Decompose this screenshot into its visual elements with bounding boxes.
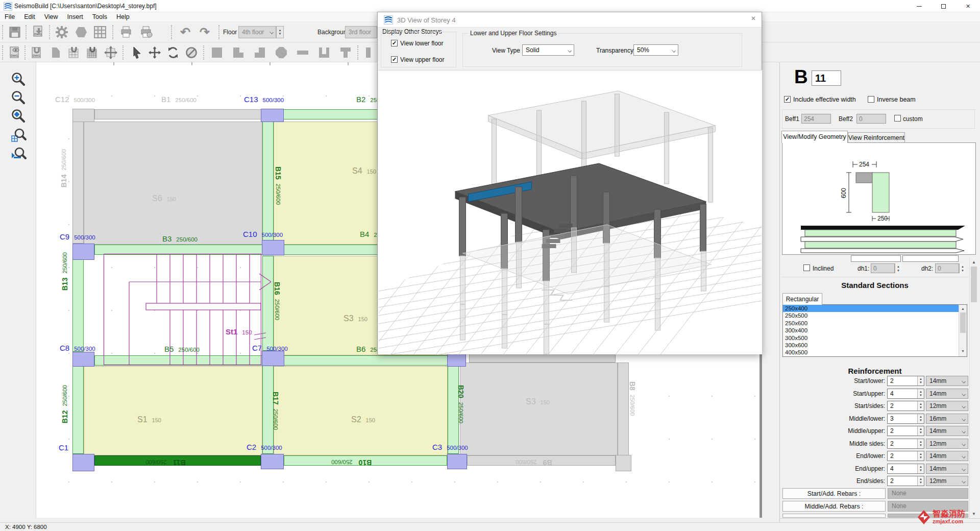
region-tool-button[interactable]: [46, 44, 65, 61]
beam-b13[interactable]: [72, 259, 84, 352]
rebar-count-input[interactable]: 2▲▼: [887, 451, 924, 461]
panel-scrollbar[interactable]: ▲ ▼: [969, 258, 978, 518]
transparency-select[interactable]: 50%: [633, 44, 678, 56]
rebar-diameter-select[interactable]: 14mm: [926, 376, 968, 386]
clipped-rebars-button[interactable]: [782, 514, 886, 518]
menu-view[interactable]: View: [40, 12, 63, 21]
beff1-input[interactable]: 254: [801, 114, 831, 124]
zoom-extents-icon[interactable]: [8, 107, 29, 126]
rebar-diameter-select[interactable]: 12mm: [926, 401, 968, 411]
rotate-tool-button[interactable]: [163, 44, 183, 61]
move-grid-button[interactable]: [101, 44, 120, 61]
rebar-count-input[interactable]: 2▲▼: [887, 401, 924, 411]
inverse-beam-checkbox[interactable]: [868, 96, 874, 103]
rebar-count-input[interactable]: 4▲▼: [887, 389, 924, 399]
section-circle-button[interactable]: [272, 44, 291, 61]
dialog-title-bar[interactable]: 3D View of Storey 4 ✕: [378, 12, 762, 28]
maximize-button[interactable]: [932, 0, 955, 12]
column-c10[interactable]: [262, 240, 284, 255]
beam-b8-background[interactable]: [618, 363, 629, 455]
section-step-button[interactable]: [250, 44, 270, 61]
beam-b3[interactable]: [94, 245, 263, 255]
menu-insert[interactable]: Insert: [63, 12, 88, 21]
menu-file[interactable]: File: [0, 12, 19, 21]
section-item[interactable]: 250x600: [783, 320, 967, 327]
zoom-previous-icon[interactable]: [8, 146, 29, 164]
middle-add-rebars-button[interactable]: Middle/Add. Rebars :: [782, 501, 886, 512]
rebar-diameter-select[interactable]: 12mm: [926, 439, 968, 449]
dwg-snap-button[interactable]: DWG: [27, 44, 46, 61]
column-background-right[interactable]: [616, 455, 631, 471]
floor-select[interactable]: 4th floor: [238, 26, 276, 38]
slab-s2[interactable]: [274, 366, 448, 455]
section-tshape-button[interactable]: [336, 44, 355, 61]
section-square-button[interactable]: [207, 44, 227, 61]
include-effective-width-checkbox[interactable]: ✓: [784, 96, 791, 103]
column-c8[interactable]: [72, 352, 94, 367]
clipped-field-1[interactable]: [851, 255, 901, 262]
select-cursor-button[interactable]: [127, 44, 146, 61]
dh1-input[interactable]: 0: [871, 263, 895, 273]
section-item[interactable]: 300x500: [783, 334, 967, 342]
rebar-count-input[interactable]: 2▲▼: [887, 476, 924, 486]
column-c12-background[interactable]: [72, 109, 94, 122]
section-ushape-button[interactable]: [314, 44, 334, 61]
column-c1[interactable]: [72, 454, 94, 471]
column-c9[interactable]: [72, 244, 94, 260]
beam-b6[interactable]: [284, 355, 448, 366]
beff2-input[interactable]: 0: [856, 114, 886, 124]
column-c13[interactable]: [261, 109, 284, 122]
dwg-view-button[interactable]: DWG: [5, 44, 24, 61]
column-c2[interactable]: [261, 454, 284, 469]
three-d-viewport[interactable]: [378, 70, 762, 354]
menu-edit[interactable]: Edit: [19, 12, 40, 21]
section-bar-button[interactable]: [293, 44, 312, 61]
rebar-diameter-select[interactable]: 14mm: [926, 451, 968, 461]
section-item[interactable]: 250x500: [783, 312, 967, 319]
view-type-select[interactable]: Solid: [522, 44, 574, 56]
beam-number-input[interactable]: 11: [812, 70, 841, 86]
section-item[interactable]: 400x500: [783, 349, 967, 356]
view-lower-floor-checkbox[interactable]: ✓: [391, 40, 398, 46]
section-lshape-button[interactable]: [229, 44, 248, 61]
custom-checkbox[interactable]: [894, 115, 901, 122]
rebar-count-input[interactable]: 2▲▼: [887, 376, 924, 386]
inclined-checkbox[interactable]: [803, 264, 810, 271]
menu-tools[interactable]: Tools: [88, 12, 112, 21]
tab-view-modify-geometry[interactable]: View/Modify Geometry: [781, 131, 848, 143]
dh1-stepper[interactable]: ▲▼: [895, 263, 901, 273]
redo-button[interactable]: ↷: [195, 23, 214, 41]
minimize-button[interactable]: [908, 0, 930, 12]
rebar-count-input[interactable]: 4▲▼: [887, 464, 924, 474]
beam-b1-background[interactable]: [94, 109, 263, 119]
slab-s1[interactable]: [84, 366, 262, 455]
background-select[interactable]: 3rd floor: [345, 26, 377, 38]
close-button[interactable]: ✕: [957, 0, 979, 12]
grid-snap-button[interactable]: [64, 44, 84, 61]
dialog-close-icon[interactable]: ✕: [748, 15, 759, 25]
sections-listbox[interactable]: 250x400 250x500 250x600 300x400 300x500 …: [782, 304, 967, 357]
dh2-input[interactable]: 0: [935, 263, 959, 273]
section-item-selected[interactable]: 250x400: [783, 305, 967, 312]
slab-s6-background[interactable]: [84, 122, 262, 245]
clipped-field-2[interactable]: [902, 255, 959, 262]
beam-b12[interactable]: [72, 366, 84, 454]
menu-help[interactable]: Help: [112, 12, 134, 21]
view-upper-floor-checkbox[interactable]: ✓: [391, 56, 398, 63]
move-tool-button[interactable]: [145, 44, 164, 61]
column-c3[interactable]: [447, 454, 467, 469]
save-button[interactable]: [5, 23, 24, 41]
section-item[interactable]: 300x400: [783, 327, 967, 334]
rebar-diameter-select[interactable]: 14mm: [926, 464, 968, 474]
import-dwg-button[interactable]: DWG: [29, 23, 48, 41]
beam-b15[interactable]: [262, 122, 274, 241]
floor-stepper[interactable]: ▲▼: [276, 26, 284, 38]
zoom-in-icon[interactable]: [8, 70, 29, 89]
dh2-stepper[interactable]: ▲▼: [959, 263, 966, 273]
polygon-tool-button[interactable]: [71, 23, 91, 41]
tab-view-reinforcement[interactable]: View Reinforcement: [848, 132, 905, 143]
rebar-diameter-select[interactable]: 14mm: [926, 426, 968, 436]
tab-rectangular[interactable]: Rectangular: [782, 293, 822, 305]
grid-settings-button[interactable]: [90, 23, 110, 41]
rebar-diameter-select[interactable]: 16mm: [926, 414, 968, 424]
